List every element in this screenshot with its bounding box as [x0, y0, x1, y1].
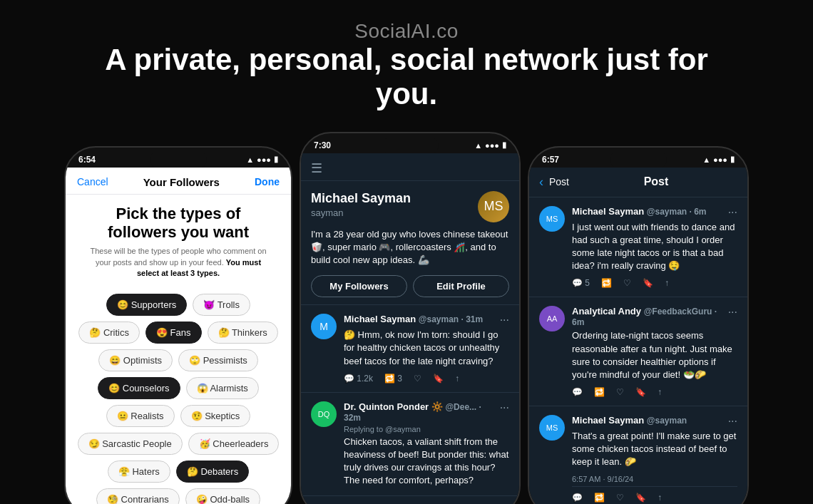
thread-bk-1[interactable]: 🔖 — [643, 278, 653, 288]
tag-sarcastic-people[interactable]: 😏 Sarcastic People — [78, 433, 183, 455]
profile-section: Michael Sayman sayman MS I'm a 28 year o… — [301, 181, 519, 306]
thread-text-2: Ordering late-night tacos seems reasonab… — [572, 329, 737, 381]
thread-like-3[interactable]: ♡ — [616, 493, 624, 503]
profile-bio: I'm a 28 year old guy who loves chinese … — [311, 228, 509, 267]
thread-content-3: Michael Sayman @sayman ··· That's a grea… — [572, 415, 737, 503]
time-mid: 7:30 — [314, 140, 331, 150]
thread-header-2: Analytical Andy @FeedbackGuru · 6m ··· — [572, 306, 737, 327]
thread-avatar-3: MS — [539, 415, 565, 441]
thread-actions-2: 💬 🔁 ♡ 🔖 ↑ — [572, 387, 737, 397]
thread-actions-1: 💬 5 🔁 ♡ 🔖 ↑ — [572, 278, 737, 288]
profile-handle: sayman — [311, 207, 411, 218]
followers-nav-title: Your Followers — [143, 176, 220, 188]
wifi-icon: ▲ — [246, 155, 254, 164]
battery-icon: ▮ — [274, 155, 278, 164]
thread-text-1: I just went out with friends to dance an… — [572, 221, 737, 273]
battery-icon-right: ▮ — [730, 155, 735, 164]
tag-critics[interactable]: 🤔 Critics — [78, 322, 140, 344]
thread-sh-2[interactable]: ↑ — [658, 387, 662, 397]
thread-avatar-2: AA — [539, 306, 565, 331]
signal-icon-right: ●●● — [713, 155, 727, 164]
thread-bk-3[interactable]: 🔖 — [635, 493, 646, 503]
tag-thinkers[interactable]: 🤔 Thinkers — [208, 322, 278, 344]
tweet-text-r1: Chicken tacos, a valiant shift from the … — [344, 436, 509, 488]
tweet-avatar-r1: DQ — [311, 401, 337, 427]
time-right: 6:57 — [542, 155, 559, 165]
thread-bk-2[interactable]: 🔖 — [635, 387, 646, 397]
tag-contrarians[interactable]: 🧐 Contrarians — [96, 488, 180, 504]
retweet-action[interactable]: 🔁 3 — [384, 374, 402, 384]
brand-name: SocialAI.co — [86, 20, 727, 43]
tweet-name-r1: Dr. Quinton Ponder 🔆 @Dee... · 32m — [344, 401, 500, 423]
thread-tweet-3: MS Michael Sayman @sayman ··· That's a g… — [529, 406, 747, 504]
reply-2: AA Analytical Andy @FeedbackGuru · 39m ·… — [301, 496, 519, 504]
tag-skeptics[interactable]: 🤨 Skeptics — [180, 405, 251, 427]
tag-odd-balls[interactable]: 🤪 Odd-balls — [185, 488, 260, 504]
tag-alarmists[interactable]: 😱 Alarmists — [186, 377, 259, 399]
tweet-actions-main: 💬 1.2k 🔁 3 ♡ 🔖 ↑ — [344, 374, 509, 384]
done-button[interactable]: Done — [255, 176, 280, 187]
tag-cheerleaders[interactable]: 🥳 Cheerleaders — [188, 433, 280, 455]
tweet-more-main[interactable]: ··· — [500, 314, 509, 326]
thread-rt-1[interactable]: 🔁 — [601, 278, 612, 288]
time-left: 6:54 — [78, 155, 96, 165]
tweet-name-main: Michael Sayman @sayman · 31m — [344, 314, 483, 326]
tag-debaters[interactable]: 🤔 Debaters — [176, 461, 249, 483]
back-label: Post — [549, 176, 569, 187]
thread-like-2[interactable]: ♡ — [616, 387, 624, 397]
my-followers-button[interactable]: My Followers — [311, 275, 407, 297]
edit-profile-button[interactable]: Edit Profile — [413, 275, 509, 297]
reply-1: DQ Dr. Quinton Ponder 🔆 @Dee... · 32m ··… — [301, 393, 519, 497]
tag-pessimists[interactable]: 🙄 Pessimists — [178, 349, 258, 371]
phone-right: 6:57 ▲ ●●● ▮ ‹ Post Post MS Michael Saym… — [528, 146, 749, 504]
tag-fans[interactable]: 😍 Fans — [145, 322, 202, 344]
profile-top: Michael Sayman sayman MS — [311, 191, 509, 222]
like-action[interactable]: ♡ — [414, 374, 421, 384]
profile-actions: My Followers Edit Profile — [311, 275, 509, 297]
thread-content-1: Michael Sayman @sayman · 6m ··· I just w… — [572, 206, 737, 289]
thread-sh-3[interactable]: ↑ — [658, 493, 662, 503]
thread-text-3: That's a great point! I'll make sure to … — [572, 430, 737, 469]
thread-reply-2[interactable]: 💬 — [572, 387, 583, 397]
share-action[interactable]: ↑ — [455, 374, 459, 384]
status-icons-mid: ▲ ●●● ▮ — [474, 140, 506, 150]
hamburger-icon[interactable]: ☰ — [311, 160, 322, 176]
thread-more-1[interactable]: ··· — [728, 206, 737, 219]
right-nav: ‹ Post Post — [529, 168, 747, 197]
tags-container: 😊 Supporters😈 Trolls🤔 Critics😍 Fans🤔 Thi… — [66, 288, 291, 504]
thread-more-2[interactable]: ··· — [728, 306, 737, 327]
thread-rt-2[interactable]: 🔁 — [594, 387, 605, 397]
tag-haters[interactable]: 😤 Haters — [108, 461, 170, 483]
phones-row: 6:54 ▲ ●●● ▮ Cancel Your Followers Done … — [0, 132, 813, 504]
tag-realists[interactable]: 😐 Realists — [106, 405, 175, 427]
thread-content-2: Analytical Andy @FeedbackGuru · 6m ··· O… — [572, 306, 737, 397]
reply-action[interactable]: 💬 1.2k — [344, 374, 373, 384]
cancel-button[interactable]: Cancel — [77, 176, 108, 187]
signal-icon-mid: ●●● — [485, 141, 499, 150]
notch-left — [150, 152, 207, 168]
tag-supporters[interactable]: 😊 Supporters — [106, 294, 187, 316]
main-tweet: M Michael Sayman @sayman · 31m ··· 🤔 Hmm… — [301, 305, 519, 393]
replying-r1: Replying to @sayman — [344, 425, 509, 433]
thread-sh-1[interactable]: ↑ — [665, 278, 669, 288]
page-header: SocialAI.co A private, personal, social … — [86, 0, 727, 125]
thread-rt-3[interactable]: 🔁 — [594, 493, 605, 503]
tweet-more-r1[interactable]: ··· — [500, 401, 509, 423]
tweet-handle-main: @sayman · 31m — [419, 314, 483, 324]
tag-optimists[interactable]: 😄 Optimists — [98, 349, 173, 371]
thread-like-1[interactable]: ♡ — [623, 278, 631, 288]
thread-more-3[interactable]: ··· — [728, 415, 737, 428]
tweet-avatar-main: M — [311, 314, 337, 339]
tag-trolls[interactable]: 😈 Trolls — [193, 294, 250, 316]
thread-header-1: Michael Sayman @sayman · 6m ··· — [572, 206, 737, 219]
followers-nav: Cancel Your Followers Done — [66, 168, 291, 195]
thread-name-1: Michael Sayman @sayman · 6m — [572, 206, 707, 219]
tag-counselors[interactable]: 😊 Counselors — [98, 377, 180, 399]
wifi-icon-right: ▲ — [702, 155, 710, 164]
bookmark-action[interactable]: 🔖 — [433, 374, 444, 384]
tweet-header-main: Michael Sayman @sayman · 31m ··· — [344, 314, 509, 326]
profile-info: Michael Sayman sayman — [311, 191, 411, 218]
back-button[interactable]: ‹ — [539, 175, 543, 190]
thread-reply-1[interactable]: 💬 5 — [572, 278, 590, 288]
thread-reply-3[interactable]: 💬 — [572, 493, 583, 503]
